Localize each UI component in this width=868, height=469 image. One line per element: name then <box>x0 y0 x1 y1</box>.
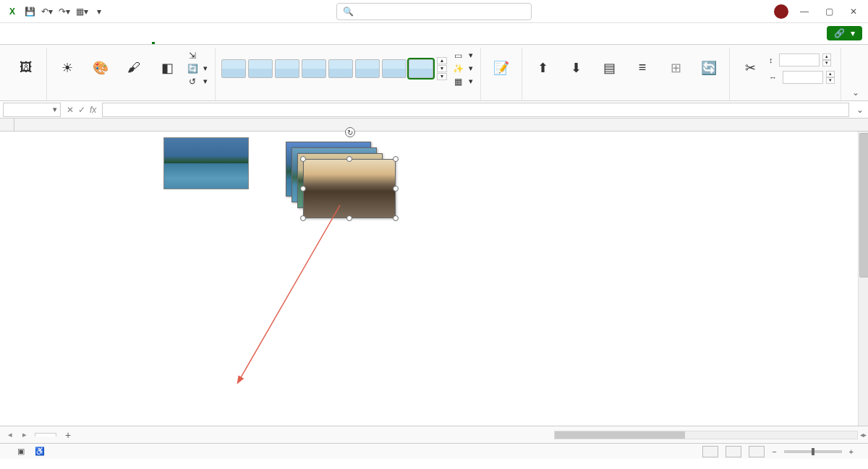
alt-text-button[interactable]: 📝 <box>487 56 516 81</box>
width-input[interactable] <box>783 71 823 84</box>
tab-developer[interactable] <box>113 37 116 44</box>
cancel-formula-icon[interactable]: ✕ <box>67 105 74 115</box>
tab-insert[interactable] <box>35 37 38 44</box>
style-thumb[interactable] <box>302 59 326 78</box>
bring-forward-button[interactable]: ⬆ <box>528 56 557 81</box>
enter-formula-icon[interactable]: ✓ <box>78 105 85 115</box>
width-down[interactable]: ▾ <box>826 77 835 84</box>
sheet-tab[interactable] <box>35 433 56 436</box>
style-thumb[interactable] <box>328 59 353 78</box>
tab-picture-format[interactable] <box>152 35 155 44</box>
tab-home[interactable] <box>22 37 25 44</box>
share-button[interactable]: 🔗▾ <box>827 26 862 40</box>
picture-border-button[interactable]: ▭▾ <box>451 50 475 61</box>
undo-icon[interactable]: ↶▾ <box>41 5 54 18</box>
maximize-button[interactable]: ▢ <box>820 3 838 20</box>
vertical-scrollbar[interactable] <box>858 132 868 426</box>
picture-effects-button[interactable]: ✨▾ <box>451 63 475 74</box>
tab-acrobat[interactable] <box>139 37 142 44</box>
resize-handle[interactable] <box>300 186 306 192</box>
page-layout-view-button[interactable] <box>726 446 741 457</box>
reset-picture-button[interactable]: ↺▾ <box>186 76 209 87</box>
tab-view[interactable] <box>100 37 103 44</box>
compress-pictures-button[interactable]: ⇲ <box>186 50 209 61</box>
redo-icon[interactable]: ↷▾ <box>58 5 71 18</box>
width-up[interactable]: ▴ <box>826 71 835 77</box>
picture-layout-button[interactable]: ▦▾ <box>451 76 475 87</box>
resize-handle[interactable] <box>346 156 352 162</box>
hscroll-right[interactable]: ▸ <box>863 431 867 439</box>
qat-more-icon[interactable]: ▦▾ <box>75 5 88 18</box>
page-break-view-button[interactable] <box>749 446 765 457</box>
resize-handle[interactable] <box>300 156 306 162</box>
group-button[interactable]: ⊞ <box>661 56 690 81</box>
style-thumb[interactable] <box>221 59 246 78</box>
scrollbar-thumb[interactable] <box>555 431 685 439</box>
artistic-icon: 🖌 <box>124 58 144 78</box>
selection-pane-button[interactable]: ▤ <box>595 56 624 81</box>
save-icon[interactable]: 💾 <box>23 5 36 18</box>
height-up[interactable]: ▴ <box>822 53 831 60</box>
style-thumb[interactable] <box>409 59 433 78</box>
gallery-more-icon[interactable]: ▾ <box>437 73 447 80</box>
gallery-down-icon[interactable]: ▾ <box>437 65 447 72</box>
minimize-button[interactable]: — <box>796 3 813 20</box>
resize-handle[interactable] <box>393 186 399 192</box>
resize-handle[interactable] <box>393 215 399 221</box>
tab-formulas[interactable] <box>61 37 64 44</box>
normal-view-button[interactable] <box>702 446 718 457</box>
svg-line-0 <box>240 205 340 379</box>
rotation-handle[interactable]: ↻ <box>345 127 355 137</box>
zoom-out-button[interactable]: − <box>772 447 776 456</box>
style-thumb[interactable] <box>355 59 380 78</box>
picture-styles-gallery[interactable]: ▴ ▾ ▾ <box>221 57 447 80</box>
scrollbar-thumb[interactable] <box>859 133 868 277</box>
transparency-button[interactable]: ◧ <box>153 56 182 81</box>
height-input[interactable] <box>779 53 820 66</box>
macro-record-icon[interactable]: ▣ <box>17 447 25 456</box>
align-button[interactable]: ≡ <box>628 56 657 81</box>
rotate-button[interactable]: 🔄 <box>694 56 723 81</box>
search-input[interactable]: 🔍 <box>336 3 532 20</box>
sheet-nav-next[interactable]: ▸ <box>19 428 30 442</box>
tab-data[interactable] <box>74 37 77 44</box>
tab-review[interactable] <box>87 37 90 44</box>
height-down[interactable]: ▾ <box>822 60 831 66</box>
sheet-nav-prev[interactable]: ◂ <box>4 428 16 442</box>
crop-button[interactable]: ✂ <box>736 56 765 81</box>
collapse-ribbon-icon[interactable]: ⌄ <box>852 87 859 98</box>
zoom-slider[interactable] <box>784 450 842 453</box>
zoom-in-button[interactable]: + <box>849 447 854 456</box>
reset-pic-icon: ↺ <box>187 77 197 87</box>
image-in-cell[interactable] <box>163 137 249 189</box>
change-picture-button[interactable]: 🔄▾ <box>186 63 209 74</box>
style-thumb[interactable] <box>382 59 407 78</box>
tab-help[interactable] <box>126 37 129 44</box>
namebox-dropdown-icon[interactable]: ▾ <box>53 105 57 114</box>
resize-handle[interactable] <box>393 156 399 162</box>
select-all-corner[interactable] <box>0 119 14 131</box>
gallery-up-icon[interactable]: ▴ <box>437 57 447 64</box>
tab-file[interactable] <box>9 37 12 44</box>
fx-icon[interactable]: fx <box>90 105 96 115</box>
send-backward-button[interactable]: ⬇ <box>561 56 590 81</box>
corrections-button[interactable]: ☀ <box>53 56 82 81</box>
artistic-effects-button[interactable]: 🖌 <box>119 56 148 81</box>
resize-handle[interactable] <box>346 215 352 221</box>
send-back-icon: ⬇ <box>566 58 586 78</box>
add-sheet-button[interactable]: + <box>61 429 75 441</box>
tab-pagelayout[interactable] <box>48 37 51 44</box>
name-box[interactable]: ▾ <box>3 103 61 117</box>
user-avatar[interactable] <box>774 4 788 19</box>
style-thumb[interactable] <box>275 59 299 78</box>
formula-input[interactable] <box>102 103 849 117</box>
close-button[interactable]: ✕ <box>845 3 862 20</box>
remove-background-button[interactable]: 🖼 <box>12 56 41 81</box>
color-button[interactable]: 🎨 <box>86 56 115 81</box>
accessibility-status[interactable]: ♿ <box>35 447 45 456</box>
style-thumb[interactable] <box>248 59 273 78</box>
qat-dropdown-icon[interactable]: ▾ <box>93 5 106 18</box>
resize-handle[interactable] <box>300 215 306 221</box>
horizontal-scrollbar[interactable] <box>554 431 858 439</box>
expand-formula-icon[interactable]: ⌄ <box>852 105 868 115</box>
